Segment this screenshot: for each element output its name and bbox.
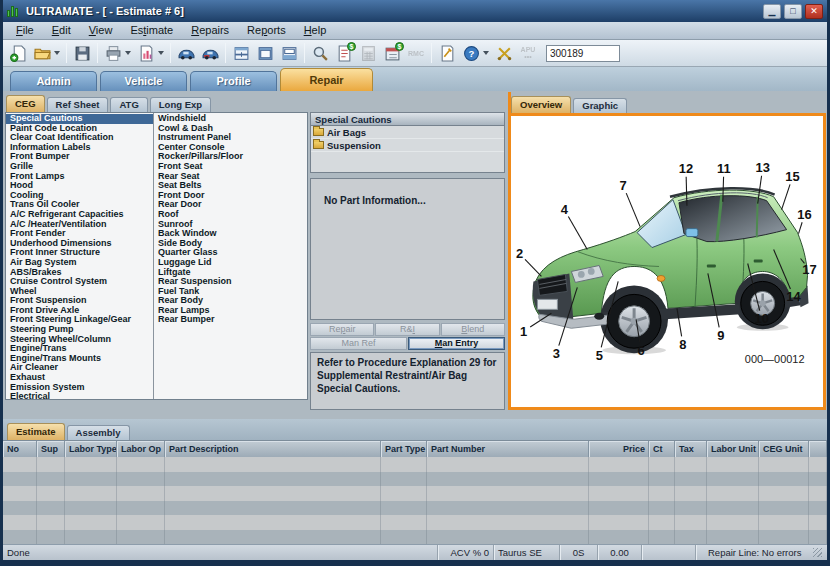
action-button[interactable]: Blend [441, 323, 505, 336]
callout-13[interactable]: 13 [755, 160, 769, 175]
rates-dollar-icon[interactable]: $ [380, 42, 404, 65]
menu-item[interactable]: File [7, 22, 43, 39]
vehicle-parts-icon[interactable] [198, 42, 222, 65]
rmc-icon[interactable]: RMC [404, 42, 428, 65]
table-row[interactable] [3, 501, 827, 516]
category-item[interactable]: Electrical [6, 392, 153, 399]
caution-item[interactable]: Suspension [311, 139, 504, 152]
menu-item[interactable]: Help [295, 22, 336, 39]
column-header[interactable]: Labor Op [117, 441, 165, 457]
table-cell [117, 457, 165, 472]
action-button[interactable]: R&I [375, 323, 439, 336]
callout-11[interactable]: 11 [717, 161, 731, 176]
callout-7[interactable]: 7 [620, 178, 627, 193]
column-header[interactable]: Labor Unit [707, 441, 759, 457]
callout-8[interactable]: 8 [679, 337, 686, 352]
open-estimate-dropdown[interactable] [54, 51, 60, 55]
print-dropdown[interactable] [125, 51, 131, 55]
table-cell [707, 457, 759, 472]
menu-item[interactable]: View [80, 22, 122, 39]
table-row[interactable] [3, 530, 827, 545]
callout-2[interactable]: 2 [516, 246, 523, 261]
main-tab[interactable]: Repair [280, 68, 373, 91]
zoom-icon[interactable] [308, 42, 332, 65]
table-row[interactable] [3, 457, 827, 472]
table-row[interactable] [3, 515, 827, 530]
new-estimate-icon[interactable] [6, 42, 30, 65]
diagram-tab[interactable]: Graphic [573, 98, 627, 113]
callout-4[interactable]: 4 [561, 202, 569, 217]
column-header[interactable]: Part Number [427, 441, 589, 457]
column-header[interactable]: Part Type [381, 441, 427, 457]
callout-12[interactable]: 12 [679, 161, 693, 176]
column-header[interactable]: Price [589, 441, 649, 457]
svg-text:?: ? [468, 48, 474, 59]
print-icon[interactable] [101, 42, 125, 65]
tools-page-icon[interactable] [435, 42, 459, 65]
menu-item[interactable]: Edit [43, 22, 80, 39]
estimate-number-input[interactable] [546, 45, 620, 62]
column-header[interactable]: Tax [675, 441, 707, 457]
column-header[interactable]: Ct [649, 441, 675, 457]
help-icon[interactable]: ? [459, 42, 483, 65]
callout-15[interactable]: 15 [785, 169, 799, 184]
menu-item[interactable]: Estimate [121, 22, 182, 39]
callout-3[interactable]: 3 [553, 346, 560, 361]
reports-icon[interactable] [134, 42, 158, 65]
column-header[interactable] [809, 441, 827, 457]
open-estimate-icon[interactable] [30, 42, 54, 65]
estimate-tab[interactable]: Assembly [67, 425, 130, 440]
save-icon[interactable] [70, 42, 94, 65]
column-header[interactable]: No [3, 441, 37, 457]
column-header[interactable]: Part Description [165, 441, 381, 457]
column-header[interactable]: Labor Type [65, 441, 117, 457]
ceg-sub-tab[interactable]: ATG [110, 97, 147, 112]
ceg-sub-tab[interactable]: Ref Sheet [47, 97, 109, 112]
calculator-icon[interactable] [356, 42, 380, 65]
action-button[interactable]: Man Entry [408, 337, 505, 350]
caution-item[interactable]: Air Bags [311, 126, 504, 139]
callout-1[interactable]: 1 [520, 324, 527, 339]
callout-6[interactable]: 6 [637, 343, 644, 358]
main-tab[interactable]: Vehicle [100, 71, 187, 91]
minimize-button[interactable]: ▁ [763, 4, 781, 19]
callout-9[interactable]: 9 [717, 328, 724, 343]
window-pane-top-icon[interactable] [253, 42, 277, 65]
scissors-icon[interactable] [492, 42, 516, 65]
callout-10[interactable]: 10 [754, 311, 768, 326]
estimate-tab[interactable]: Estimate [7, 423, 65, 440]
menu-item[interactable]: Reports [238, 22, 295, 39]
maximize-button[interactable]: □ [784, 4, 802, 19]
action-button[interactable]: Man Ref [310, 337, 407, 350]
estimate-table-body[interactable] [3, 457, 827, 544]
help-dropdown[interactable] [483, 51, 489, 55]
table-cell [117, 472, 165, 487]
toolbar-separator [431, 43, 432, 63]
action-button[interactable]: Repair [310, 323, 374, 336]
table-cell [759, 486, 809, 501]
menu-item[interactable]: Repairs [182, 22, 238, 39]
window-split-icon[interactable] [229, 42, 253, 65]
main-tab[interactable]: Profile [190, 71, 277, 91]
apu-icon[interactable]: APU••• [516, 42, 540, 65]
ceg-sub-tab[interactable]: CEG [6, 95, 45, 112]
callout-17[interactable]: 17 [802, 262, 816, 277]
callout-5[interactable]: 5 [596, 348, 603, 363]
diagram-tab[interactable]: Overview [511, 96, 571, 113]
table-row[interactable] [3, 486, 827, 501]
ceg-sub-tab[interactable]: Long Exp [150, 97, 211, 112]
main-tab[interactable]: Admin [10, 71, 97, 91]
resize-grip-icon[interactable] [813, 548, 822, 557]
column-header[interactable]: Sup [37, 441, 65, 457]
close-button[interactable]: ✕ [805, 4, 823, 19]
callout-14[interactable]: 14 [786, 289, 801, 304]
column-header[interactable]: CEG Unit [759, 441, 809, 457]
totals-dollar-icon[interactable]: $ [332, 42, 356, 65]
table-row[interactable] [3, 472, 827, 487]
table-cell [37, 486, 65, 501]
section-item[interactable]: Rear Bumper [154, 315, 307, 325]
window-pane-bottom-icon[interactable] [277, 42, 301, 65]
vehicle-select-icon[interactable] [174, 42, 198, 65]
callout-16[interactable]: 16 [797, 207, 811, 222]
reports-dropdown[interactable] [158, 51, 164, 55]
